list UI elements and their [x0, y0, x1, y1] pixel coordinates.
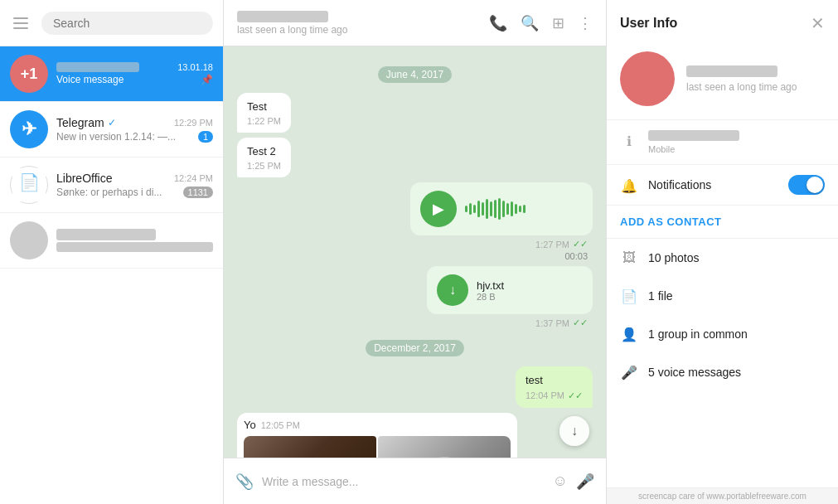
user-info-panel: User Info ✕ last seen a long time ago ℹ …	[606, 0, 838, 504]
chat-time: 12:24 PM	[174, 173, 213, 183]
messages-container: June 4, 2017 Test 1:22 PM Test 2 1:25 PM	[224, 46, 606, 458]
bell-icon: 🔔	[620, 177, 638, 195]
scroll-down-button[interactable]: ↓	[559, 416, 589, 446]
sidebar: +1 13.01.18 Voice message 📌	[0, 0, 224, 504]
verified-icon: ✓	[108, 117, 116, 128]
chat-preview: Sønke: or perhaps i di...	[56, 187, 183, 198]
date-divider: December 2, 2017	[237, 340, 593, 355]
message-wrapper: ▶	[237, 182, 593, 261]
pin-icon: 📌	[201, 74, 213, 85]
chat-header: last seen a long time ago 📞 🔍 ⊞ ⋮	[224, 0, 606, 46]
info-icon: ℹ	[620, 132, 638, 150]
file-message-bubble: ↓ hjv.txt 28 B	[427, 266, 593, 314]
message-wrapper: test 12:04 PM ✓✓	[237, 366, 593, 407]
read-receipt: ✓✓	[568, 390, 583, 401]
message-text: Yo	[244, 418, 256, 433]
svg-text:📄: 📄	[19, 172, 40, 192]
chat-preview: Voice message	[56, 74, 201, 85]
voice-messages-label: 5 voice messages	[648, 366, 741, 379]
info-row-phone: ℹ Mobile	[607, 120, 838, 165]
play-button[interactable]: ▶	[420, 191, 457, 227]
close-button[interactable]: ✕	[811, 13, 825, 33]
avatar: +1	[10, 55, 48, 93]
list-item[interactable]: +1 13.01.18 Voice message 📌	[0, 46, 223, 102]
unread-badge: 1131	[183, 187, 213, 198]
read-receipt: ✓✓	[573, 317, 588, 328]
groups-icon: 👤	[620, 325, 638, 343]
message-wrapper: Test 2 1:25 PM	[237, 138, 593, 177]
file-name: hjv.txt	[477, 279, 583, 292]
download-button[interactable]: ↓	[437, 274, 468, 306]
user-info-title: User Info	[620, 16, 677, 31]
chat-name: Telegram ✓	[56, 116, 116, 129]
add-contact-button[interactable]: ADD AS CONTACT	[607, 206, 838, 239]
voice-duration: 00:03	[564, 251, 593, 261]
user-name	[686, 65, 825, 80]
header-icons: 📞 🔍 ⊞ ⋮	[489, 14, 593, 32]
message-wrapper: ↓ hjv.txt 28 B 1:37 PM ✓✓	[237, 266, 593, 328]
groups-label: 1 group in common	[648, 327, 748, 341]
message-time: 12:04 PM	[526, 390, 564, 400]
call-icon[interactable]: 📞	[489, 14, 507, 32]
message-time: 1:22 PM	[247, 116, 281, 126]
user-info-header: User Info ✕	[607, 0, 838, 43]
chat-info	[56, 229, 213, 252]
date-divider: June 4, 2017	[237, 66, 593, 81]
message-time: 1:37 PM	[535, 318, 569, 328]
chat-time: 13.01.18	[177, 62, 213, 72]
message-input[interactable]	[262, 475, 545, 488]
chat-header-name	[237, 11, 479, 24]
search-input[interactable]	[41, 12, 213, 35]
list-item[interactable]: 📄 LibreOffice 12:24 PM Sønke: or perhaps…	[0, 158, 223, 213]
photos-icon: 🖼	[620, 249, 638, 267]
voice-messages-row[interactable]: 🎤 5 voice messages	[607, 353, 838, 391]
screencap-bar: screencap care of www.portablefreeware.c…	[607, 487, 838, 504]
phone-number	[648, 130, 825, 143]
chat-header-info: last seen a long time ago	[237, 11, 479, 36]
chat-list: +1 13.01.18 Voice message 📌	[0, 46, 223, 504]
emoji-icon[interactable]: ☺	[553, 472, 568, 490]
chat-time: 12:29 PM	[174, 118, 213, 128]
photos-row[interactable]: 🖼 10 photos	[607, 239, 838, 277]
message-wrapper: Yo 12:05 PM	[237, 413, 593, 458]
files-row[interactable]: 📄 1 file	[607, 277, 838, 315]
read-receipt: ✓✓	[573, 239, 588, 250]
file-info: hjv.txt 28 B	[477, 279, 583, 302]
photo-grid	[244, 436, 511, 458]
message-time: 1:27 PM	[535, 240, 569, 250]
more-icon[interactable]: ⋮	[578, 14, 593, 32]
message-bubble: test 12:04 PM ✓✓	[516, 366, 593, 407]
avatar	[10, 221, 48, 259]
message-bubble: Test 2 1:25 PM	[237, 138, 291, 177]
voice-message-bubble: ▶	[410, 182, 593, 235]
phone-label: Mobile	[648, 144, 825, 154]
user-details: last seen a long time ago	[686, 65, 825, 93]
notifications-toggle[interactable]	[788, 175, 825, 195]
microphone-icon[interactable]: 🎤	[576, 472, 594, 491]
list-item[interactable]	[0, 213, 223, 269]
photo-message-bubble: Yo 12:05 PM	[237, 413, 517, 458]
files-label: 1 file	[648, 289, 673, 303]
attach-icon[interactable]: 📎	[235, 472, 254, 491]
chat-input-area: 📎 ☺ 🎤	[224, 458, 606, 504]
unread-badge: 1	[198, 131, 213, 143]
list-item[interactable]: ✈ Telegram ✓ 12:29 PM New in version 1.2…	[0, 102, 223, 158]
photo-thumbnail	[244, 436, 376, 458]
notifications-row: 🔔 Notifications	[607, 165, 838, 206]
user-avatar	[620, 51, 675, 106]
chat-header-status: last seen a long time ago	[237, 24, 479, 36]
search-icon[interactable]: 🔍	[521, 14, 539, 32]
hamburger-icon[interactable]	[10, 14, 31, 32]
sidebar-header	[0, 0, 223, 46]
message-text: Test	[247, 99, 281, 114]
chat-name: LibreOffice	[56, 172, 112, 185]
message-text: test	[526, 373, 583, 388]
groups-row[interactable]: 👤 1 group in common	[607, 315, 838, 353]
message-wrapper: Test 1:22 PM	[237, 93, 593, 133]
file-size: 28 B	[477, 292, 583, 302]
chat-preview	[56, 242, 213, 252]
toggle-knob	[807, 177, 823, 193]
chat-preview: New in version 1.2.14: —...	[56, 131, 198, 143]
columns-icon[interactable]: ⊞	[552, 14, 564, 32]
message-time: 12:05 PM	[261, 420, 300, 430]
